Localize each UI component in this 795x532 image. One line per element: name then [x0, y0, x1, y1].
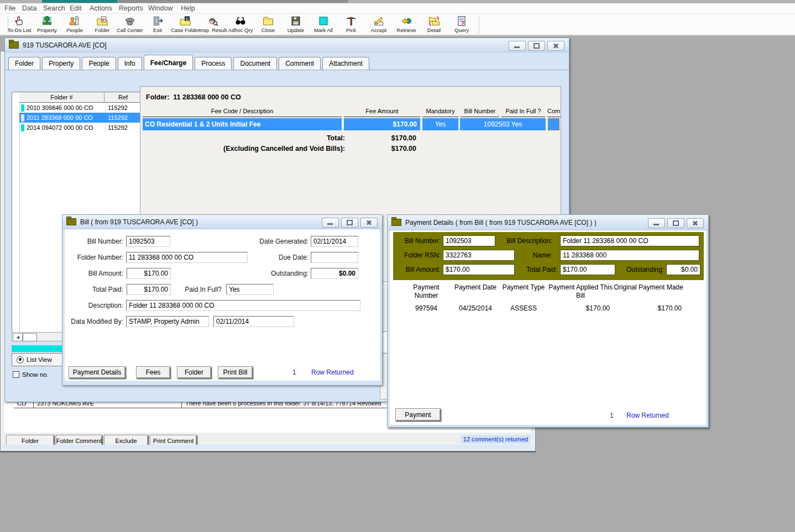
tab-document[interactable]: Document: [233, 57, 277, 70]
checkbox-unchecked-icon[interactable]: [13, 371, 19, 378]
folder-button[interactable]: Folder: [177, 366, 211, 378]
close-button[interactable]: [360, 218, 378, 228]
paid-in-full-field[interactable]: Yes: [226, 284, 274, 295]
toolbar-button-folder[interactable]: P Folder: [88, 15, 116, 33]
main-window-titlebar[interactable]: 919 TUSCARORA AVE [CO]: [5, 38, 569, 52]
toolbar-button-detail[interactable]: Detail: [420, 15, 448, 33]
maximize-button[interactable]: [528, 41, 545, 51]
fee-mandatory-cell[interactable]: Yes: [422, 118, 458, 130]
minimize-button[interactable]: [322, 218, 339, 228]
column-header-payment-number[interactable]: Payment Number: [401, 283, 452, 300]
folder-number-field[interactable]: 11 283368 000 00 CO: [126, 252, 248, 263]
outstanding-field[interactable]: $0.00: [666, 264, 700, 275]
toolbar-button-update[interactable]: Update: [282, 15, 310, 33]
scroll-left-button[interactable]: [13, 333, 23, 341]
original-payment-cell[interactable]: $170.00: [613, 304, 684, 312]
folder-list-row[interactable]: 2010 309846 000 00 CO 115292: [19, 103, 142, 113]
column-header-payment-applied[interactable]: Payment Applied This Bill: [548, 283, 613, 300]
bill-amount-field[interactable]: $170.00: [127, 268, 171, 279]
fee-bill-number-cell[interactable]: 1092503 Yes: [460, 118, 546, 130]
menu-window[interactable]: Window: [148, 4, 172, 12]
tab-people[interactable]: People: [82, 57, 116, 70]
bill-description-field[interactable]: Folder 11 283368 000 00 CO: [560, 235, 699, 246]
bill-number-field[interactable]: 1092503: [126, 236, 170, 247]
menu-data[interactable]: Data: [22, 4, 36, 12]
maximize-button[interactable]: [341, 218, 358, 228]
column-header-paid-in-full[interactable]: Paid In Full ?: [501, 108, 545, 117]
payment-applied-cell[interactable]: $170.00: [548, 304, 613, 312]
menu-edit[interactable]: Edit: [70, 4, 82, 12]
toolbar-button-query[interactable]: ? Query: [448, 15, 475, 33]
due-date-field[interactable]: [311, 252, 358, 263]
payment-details-button[interactable]: Payment Details: [69, 366, 125, 378]
payment-date-cell[interactable]: 04/25/2014: [452, 304, 499, 312]
close-button[interactable]: [547, 41, 564, 51]
tab-process[interactable]: Process: [195, 57, 232, 70]
minimize-button[interactable]: [509, 41, 526, 51]
column-header-mandatory[interactable]: Mandatory: [422, 108, 458, 117]
column-header-payment-type[interactable]: Payment Type: [499, 283, 548, 292]
toolbar-button-todo-list[interactable]: To-Do List: [6, 15, 33, 33]
payment-number-cell[interactable]: 997594: [401, 304, 452, 312]
toolbar-button-accept[interactable]: Accept: [365, 15, 393, 33]
toolbar-button-mark-all[interactable]: Mark All: [310, 15, 337, 33]
show-no-option[interactable]: Show no.: [12, 370, 66, 379]
tab-folder[interactable]: Folder: [8, 57, 40, 70]
fees-button[interactable]: Fees: [136, 366, 170, 378]
outstanding-field[interactable]: $0.00: [311, 268, 358, 279]
folder-list-row-selected[interactable]: 2011 283368 000 00 CO 115292: [19, 113, 142, 123]
total-paid-field[interactable]: $170.00: [127, 284, 171, 295]
toolbar-button-insp-result[interactable]: Insp. Result: [199, 15, 227, 33]
menu-actions[interactable]: Actions: [90, 4, 112, 12]
close-button[interactable]: [687, 218, 704, 228]
toolbar-button-property[interactable]: Property: [33, 15, 61, 33]
minimize-button[interactable]: [648, 218, 665, 228]
date-generated-field[interactable]: 02/11/2014: [311, 236, 358, 247]
toolbar-button-pick[interactable]: Pick: [337, 15, 365, 33]
column-header-original-payment[interactable]: Original Payment Made: [613, 283, 684, 292]
toolbar: To-Do List Property People P Folder Call…: [0, 14, 795, 36]
toolbar-button-adhoc-qry[interactable]: Adhoc Qry: [227, 15, 254, 33]
bill-number-field[interactable]: 1092503: [443, 235, 495, 246]
data-modified-by-field[interactable]: STAMP, Property Admin: [126, 316, 209, 327]
toolbar-button-people[interactable]: People: [61, 15, 88, 33]
payment-type-cell[interactable]: ASSESS: [499, 304, 548, 312]
tab-comment[interactable]: Comment: [279, 57, 321, 70]
fee-amount-cell[interactable]: $170.00: [344, 118, 420, 130]
fee-description-cell[interactable]: CO Residential 1 & 2 Units Initial Fee: [143, 118, 342, 130]
total-paid-field[interactable]: $170.00: [560, 264, 615, 275]
name-field[interactable]: 11 283368 000: [560, 250, 699, 261]
toolbar-button-call-center[interactable]: Call Center: [116, 15, 144, 33]
print-bill-button[interactable]: Print Bill: [218, 366, 253, 378]
description-field[interactable]: Folder 11 283368 000 00 CO: [126, 300, 360, 311]
maximize-button[interactable]: [667, 218, 684, 228]
tab-fee-charge[interactable]: Fee/Charge: [144, 55, 193, 70]
column-header-payment-date[interactable]: Payment Date: [452, 283, 499, 292]
column-header-bill-number[interactable]: Bill Number: [461, 108, 499, 117]
tab-attachment[interactable]: Attachment: [322, 57, 369, 70]
tab-property[interactable]: Property: [42, 57, 80, 70]
menu-search[interactable]: Search: [43, 4, 65, 12]
toolbar-button-retrieve[interactable]: Retrieve: [393, 15, 420, 33]
data-modified-date-field[interactable]: 02/11/2014: [213, 316, 294, 327]
payment-button[interactable]: Payment: [395, 408, 441, 421]
tab-info[interactable]: Info: [118, 57, 142, 70]
menu-file[interactable]: File: [4, 4, 15, 12]
folder-list-row[interactable]: 2014 094072 000 00 CO 115292: [19, 123, 142, 133]
toolbar-button-close[interactable]: Close: [254, 15, 282, 33]
menu-help[interactable]: Help: [181, 4, 195, 12]
scrollbar-thumb[interactable]: [23, 333, 37, 341]
bill-amount-field[interactable]: $170.00: [443, 264, 515, 275]
list-view-option[interactable]: List View: [12, 353, 66, 366]
horizontal-scrollbar[interactable]: [12, 332, 66, 341]
column-header-folder[interactable]: Folder #: [19, 92, 104, 102]
fee-comment-cell[interactable]: [548, 118, 559, 130]
radio-selected-icon[interactable]: [17, 356, 24, 364]
menu-reports[interactable]: Reports: [119, 4, 143, 12]
toolbar-button-case-folder[interactable]: C Case Folder: [171, 15, 199, 33]
column-header-fee-code[interactable]: Fee Code / Description: [143, 108, 342, 117]
toolbar-button-exit[interactable]: Exit: [144, 15, 171, 33]
column-header-fee-amount[interactable]: Fee Amount: [344, 108, 420, 117]
column-header-ref[interactable]: Ref: [104, 92, 142, 102]
column-header-comment[interactable]: Com: [547, 108, 561, 117]
